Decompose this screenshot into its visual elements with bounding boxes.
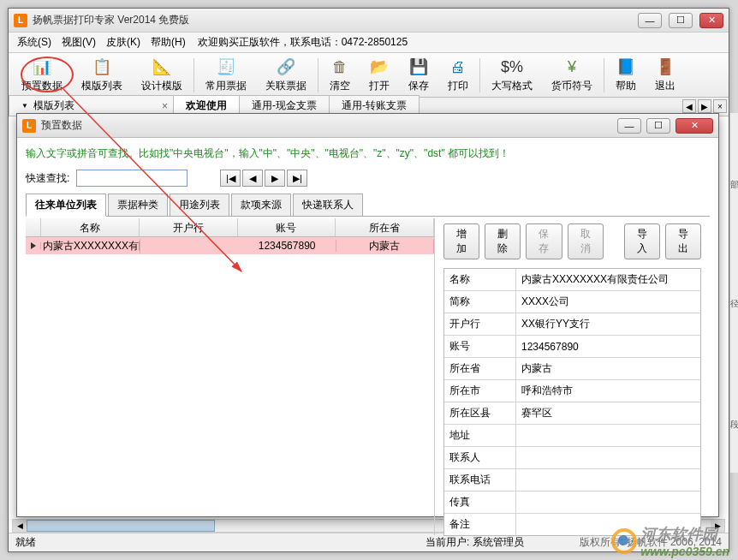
dialog-title: 预置数据: [41, 118, 617, 133]
tool-预置数据[interactable]: 📊预置数据: [12, 54, 72, 96]
form-input-联系人[interactable]: [516, 447, 700, 468]
grid-header-bank[interactable]: 开户行: [140, 218, 238, 236]
form-input-所在省[interactable]: [516, 358, 700, 379]
form-input-简称[interactable]: [516, 291, 700, 313]
form-label-7: 地址: [444, 425, 516, 446]
form-input-所在市[interactable]: [516, 380, 700, 402]
add-button[interactable]: 增加: [443, 223, 479, 259]
menu-view[interactable]: 视图(V): [57, 33, 101, 51]
grid-header-province[interactable]: 所在省: [336, 218, 434, 236]
tabs-close-icon[interactable]: ×: [713, 99, 727, 113]
table-row[interactable]: 内蒙古XXXXXXXX有限XX银行YY支行 1234567890 内蒙古: [26, 237, 434, 254]
tool-退出[interactable]: 🚪退出: [646, 54, 685, 96]
tool-打开[interactable]: 📂打开: [360, 54, 399, 96]
form-label-6: 所在区县: [444, 402, 516, 424]
minimize-button[interactable]: —: [638, 13, 662, 28]
模版列表-icon: 📋: [92, 57, 112, 77]
menu-skin[interactable]: 皮肤(K): [101, 33, 146, 51]
tool-清空[interactable]: 🗑清空: [320, 54, 360, 96]
grid-pane: 名称 开户行 账号 所在省 内蒙古XXXXXXXX有限XX银行YY支行 1234…: [26, 218, 435, 535]
form-input-名称[interactable]: [516, 269, 700, 290]
dialog-maximize-button[interactable]: ☐: [646, 118, 670, 134]
nav-next-button[interactable]: ▶: [265, 170, 285, 187]
form-input-联系电话[interactable]: [516, 469, 700, 491]
nav-first-button[interactable]: |◀: [220, 170, 241, 187]
inner-tab-3[interactable]: 款项来源: [231, 194, 291, 216]
tool-常用票据[interactable]: 🧾常用票据: [196, 54, 256, 96]
dialog-minimize-button[interactable]: —: [617, 118, 641, 134]
form-label-3: 账号: [444, 336, 516, 357]
tab-close-icon[interactable]: ×: [162, 100, 168, 112]
inner-tab-1[interactable]: 票据种类: [108, 194, 168, 216]
tab-label: 模版列表: [33, 98, 74, 113]
form-input-开户行[interactable]: [516, 313, 700, 335]
form-label-2: 开户行: [444, 313, 516, 335]
detail-form: 名称简称开户行账号所在省所在市所在区县地址联系人联系电话传真备注: [443, 268, 701, 536]
cell-account: 1234567890: [239, 240, 336, 252]
window-title: 扬帆票据打印专家 Ver2014 免费版: [33, 13, 638, 27]
form-label-1: 简称: [444, 291, 516, 313]
form-input-所在区县[interactable]: [516, 402, 700, 424]
tool-label: 常用票据: [205, 79, 247, 93]
app-logo-icon: L: [14, 14, 27, 27]
dialog-logo-icon: L: [22, 119, 36, 133]
cancel-button[interactable]: 取消: [568, 223, 604, 259]
tool-关联票据[interactable]: 🔗关联票据: [256, 54, 316, 96]
tool-label: 预置数据: [21, 79, 62, 93]
row-pointer-icon: [31, 242, 36, 249]
tool-模版列表[interactable]: 📋模版列表: [72, 54, 132, 96]
export-button[interactable]: 导出: [665, 223, 701, 259]
toolbar: 📊预置数据📋模版列表📐设计模版🧾常用票据🔗关联票据🗑清空📂打开💾保存🖨打印$%大…: [9, 53, 729, 98]
save-button[interactable]: 保存: [526, 223, 562, 259]
maximize-button[interactable]: ☐: [669, 13, 693, 28]
form-label-10: 传真: [444, 491, 516, 513]
inner-tab-4[interactable]: 快递联系人: [293, 194, 363, 216]
grid-header-account[interactable]: 账号: [238, 218, 336, 236]
tool-保存[interactable]: 💾保存: [399, 54, 438, 96]
close-button[interactable]: ✕: [699, 13, 723, 28]
menu-system[interactable]: 系统(S): [12, 33, 57, 51]
import-button[interactable]: 导入: [624, 223, 660, 259]
cell-name: 内蒙古XXXXXXXX有限XX银行YY支行: [41, 239, 140, 253]
search-input[interactable]: [76, 170, 187, 187]
保存-icon: 💾: [408, 57, 429, 77]
watermark-logo-icon: [611, 528, 637, 554]
tool-label: 大写格式: [491, 79, 533, 93]
form-label-9: 联系电话: [444, 469, 516, 491]
watermark-url: www.pc0359.cn: [640, 545, 729, 558]
tool-帮助[interactable]: 📘帮助: [606, 54, 646, 96]
grid-header-name[interactable]: 名称: [41, 218, 140, 236]
tool-大写格式[interactable]: $%大写格式: [482, 54, 542, 96]
delete-button[interactable]: 删除: [485, 223, 521, 259]
tool-label: 关联票据: [265, 79, 307, 93]
form-input-地址[interactable]: [516, 425, 700, 446]
inner-tab-2[interactable]: 用途列表: [170, 194, 229, 216]
常用票据-icon: 🧾: [216, 57, 236, 77]
menu-help[interactable]: 帮助(H): [146, 33, 191, 51]
tool-设计模版[interactable]: 📐设计模版: [132, 54, 192, 96]
tab-label: 通用-现金支票: [252, 98, 317, 113]
tool-label: 退出: [655, 79, 676, 93]
form-label-4: 所在省: [444, 358, 516, 379]
preset-data-dialog: L 预置数据 — ☐ ✕ 输入文字或拼音可查找。比如找"中央电视台"，输入"中"…: [16, 113, 719, 517]
form-input-传真[interactable]: [516, 491, 700, 513]
tool-label: 设计模版: [141, 79, 182, 93]
tab-label: 欢迎使用: [186, 98, 227, 113]
nav-prev-button[interactable]: ◀: [242, 170, 263, 187]
form-input-账号[interactable]: [516, 336, 700, 357]
grid-header-indicator: [26, 218, 41, 236]
right-rail: 部 径 段: [730, 113, 738, 473]
tool-打印[interactable]: 🖨打印: [438, 54, 478, 96]
预置数据-icon: 📊: [32, 57, 52, 77]
form-label-0: 名称: [444, 269, 516, 290]
打印-icon: 🖨: [448, 57, 468, 77]
关联票据-icon: 🔗: [276, 57, 296, 77]
tabs-scroll-left-icon[interactable]: ◀: [682, 99, 696, 113]
tabs-scroll-right-icon[interactable]: ▶: [698, 99, 711, 113]
货币符号-icon: ¥: [562, 57, 582, 77]
dialog-close-button[interactable]: ✕: [676, 118, 713, 134]
tool-货币符号[interactable]: ¥货币符号: [542, 54, 602, 96]
inner-tab-0[interactable]: 往来单位列表: [26, 194, 106, 217]
dropdown-arrow-icon: ▼: [21, 102, 28, 110]
nav-last-button[interactable]: ▶|: [287, 170, 307, 187]
